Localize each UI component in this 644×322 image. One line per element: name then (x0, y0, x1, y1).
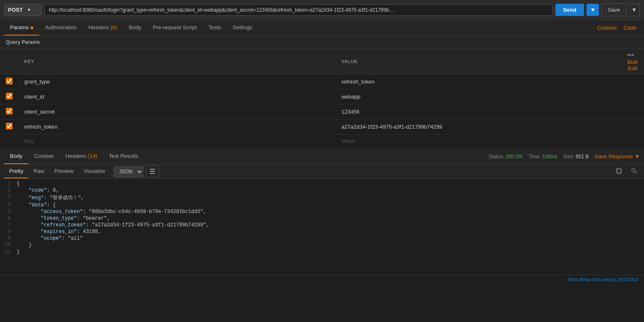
tab-authorization[interactable]: Authorization (39, 20, 83, 35)
query-params-section: Query Params (0, 36, 644, 49)
request-tabs: Params Authorization Headers (8) Body Pr… (0, 20, 644, 36)
response-body-code: 1{2 "code": 0,3 "msg": "登录成功！",4 "data":… (0, 179, 644, 275)
save-dropdown-button[interactable]: ▼ (629, 3, 640, 16)
response-tab-headers[interactable]: Headers (14) (60, 149, 103, 164)
response-tabs: Body Cookies Headers (14) Test Results S… (0, 148, 644, 165)
code-line: 3 "msg": "登录成功！", (0, 194, 644, 202)
code-line: 4 "data": { (0, 202, 644, 208)
response-tab-cookies[interactable]: Cookies (28, 149, 60, 164)
row-value: 123456 (335, 104, 621, 119)
code-line: 2 "code": 0, (0, 187, 644, 194)
method-selector[interactable]: POST ▼ (4, 4, 42, 16)
tab-cookies[interactable]: Cookies (594, 20, 620, 35)
tab-prerequest[interactable]: Pre-request Script (147, 20, 203, 35)
row-checkbox[interactable] (6, 78, 13, 84)
status-label: Status: 200 OK (489, 154, 522, 160)
table-row: client_secret 123456 (0, 104, 644, 119)
save-response-button[interactable]: Save Response ▼ (595, 153, 640, 160)
placeholder-value: Value (335, 134, 621, 148)
tab-body[interactable]: Body (123, 20, 147, 35)
row-checkbox[interactable] (6, 93, 13, 99)
row-key: refresh_token (18, 119, 335, 134)
body-tab-pretty[interactable]: Pretty (4, 165, 28, 178)
table-row: refresh_token a27a2d34-1f23-4975-a3f1-d2… (0, 119, 644, 134)
col-key-header: KEY (18, 49, 335, 74)
row-value: refresh_token (335, 74, 621, 89)
save-button[interactable]: Save (601, 3, 626, 16)
size-value: 651 B (576, 154, 588, 160)
params-table: KEY VALUE ••• Bulk Edit grant_type refre… (0, 49, 644, 148)
body-format-tabs: Pretty Raw Preview Visualize JSON XML HT… (0, 165, 644, 179)
body-tab-visualize[interactable]: Visualize (79, 165, 110, 178)
row-checkbox[interactable] (6, 108, 13, 114)
url-input[interactable] (44, 4, 553, 16)
time-value: 105ms (542, 154, 557, 160)
code-line: 10 } (0, 242, 644, 248)
search-button[interactable] (628, 166, 640, 177)
format-selector[interactable]: JSON XML HTML Text (114, 166, 143, 177)
params-table-container: KEY VALUE ••• Bulk Edit grant_type refre… (0, 49, 644, 148)
response-tab-body[interactable]: Body (4, 149, 28, 164)
tab-tests[interactable]: Tests (203, 20, 227, 35)
table-row: client_id webapp (0, 89, 644, 104)
row-key: client_id (18, 89, 335, 104)
row-value: webapp (335, 89, 621, 104)
row-key: client_secret (18, 104, 335, 119)
send-dropdown-button[interactable]: ▼ (586, 4, 599, 16)
code-line: 1{ (0, 180, 644, 187)
row-checkbox[interactable] (6, 123, 13, 129)
code-line: 8 "expires_in": 43198, (0, 228, 644, 235)
row-key: grant_type (18, 74, 335, 89)
csdn-link: https://blog.csdn.net/qq_26121913 (568, 277, 638, 282)
time-label: Time: 105ms (528, 154, 557, 160)
code-line: 5 "access_token": "808a3dbc-c64c-4b50-b7… (0, 208, 644, 215)
dots-button[interactable]: ••• (627, 51, 634, 59)
send-button[interactable]: Send (555, 4, 584, 16)
method-label: POST (8, 7, 23, 13)
table-row: grant_type refresh_token (0, 74, 644, 89)
status-value: 200 OK (506, 154, 523, 160)
wrap-button[interactable]: ☰ (146, 165, 159, 177)
status-bar: https://blog.csdn.net/qq_26121913 (0, 275, 644, 284)
svg-line-3 (635, 171, 636, 173)
method-chevron-icon: ▼ (27, 8, 31, 12)
url-bar: POST ▼ Send ▼ Save ▼ (0, 0, 644, 20)
bulk-edit-button[interactable]: Bulk Edit (627, 59, 638, 71)
body-tab-preview[interactable]: Preview (49, 165, 79, 178)
response-tab-test-results[interactable]: Test Results (103, 149, 145, 164)
svg-point-2 (632, 168, 635, 172)
tab-code[interactable]: Code (620, 20, 640, 35)
body-actions (613, 166, 640, 177)
table-row-placeholder: Key Value (0, 134, 644, 148)
tab-settings[interactable]: Settings (227, 20, 258, 35)
tab-headers[interactable]: Headers (8) (83, 20, 123, 35)
copy-button[interactable] (613, 166, 625, 177)
col-actions-header: ••• Bulk Edit (621, 49, 644, 74)
code-line: 9 "scope": "all" (0, 235, 644, 242)
code-line: 6 "token_type": "bearer", (0, 215, 644, 222)
code-line: 11} (0, 248, 644, 255)
code-line: 7 "refresh_token": "a27a2d34-1f23-4975-a… (0, 222, 644, 228)
response-meta: Status: 200 OK Time: 105ms Size: 651 B S… (489, 153, 640, 160)
tab-params[interactable]: Params (4, 20, 39, 35)
size-label: Size: 651 B (563, 154, 588, 160)
body-tab-raw[interactable]: Raw (28, 165, 49, 178)
placeholder-key: Key (18, 134, 335, 148)
save-response-chevron-icon: ▼ (634, 153, 640, 160)
col-value-header: VALUE (335, 49, 621, 74)
row-value: a27a2d34-1f23-4975-a3f1-d21799b74299 (335, 119, 621, 134)
